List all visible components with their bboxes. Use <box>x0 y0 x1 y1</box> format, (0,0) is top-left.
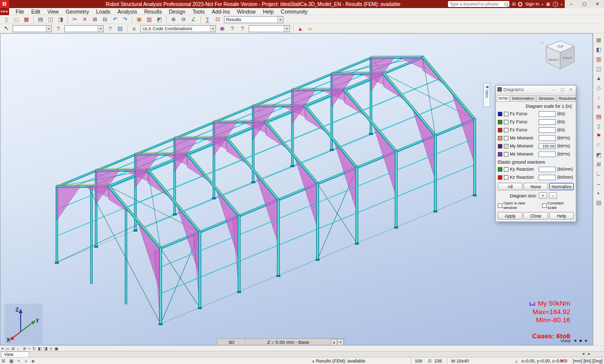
viewcube-home-icon[interactable]: ⌂ <box>541 40 544 45</box>
rotate-strip-icon[interactable]: ↻ <box>33 346 36 351</box>
reaction-value-input[interactable] <box>539 167 556 172</box>
maximize-button[interactable]: ▢ <box>578 0 591 8</box>
menu-item-analysis[interactable]: Analysis <box>114 9 140 15</box>
select-all-button[interactable]: All <box>498 183 522 190</box>
view-next-icon[interactable]: ► <box>584 338 588 343</box>
option-checkbox[interactable] <box>498 203 502 208</box>
undo-icon[interactable]: ↶ <box>110 16 120 24</box>
work-plane-label[interactable]: Z = 0.00 mm - Base <box>246 339 331 345</box>
snap-toggle-icon[interactable]: ∞ <box>306 25 315 33</box>
legend-icon[interactable]: ▯ <box>594 122 603 130</box>
plane-down-button[interactable]: ▼ <box>337 339 344 345</box>
top-view-icon[interactable]: ◨ <box>44 346 48 351</box>
dialog-titlebar[interactable]: Diagrams – ▢ ✕ <box>496 86 576 94</box>
new-project-icon[interactable]: ▯ <box>2 16 11 24</box>
help-icon[interactable]: ? <box>553 2 558 7</box>
apps-icon[interactable]: ⊞ <box>512 2 516 7</box>
menu-item-community[interactable]: Community <box>277 9 311 15</box>
zoom-out-icon[interactable]: ⊖ <box>179 16 188 24</box>
work-plane-bar[interactable]: 3D Z = 0.00 mm - Base ▲ ▼ <box>217 338 344 345</box>
axis-toggle-icon[interactable]: ∟ <box>17 346 21 351</box>
screen-capture-icon[interactable]: ◨ <box>56 16 65 24</box>
dialog-close-button[interactable]: Close <box>523 212 548 220</box>
menu-item-file[interactable]: File <box>12 9 28 15</box>
nodes-selection-combo-caret-icon[interactable]: ▾ <box>46 26 51 32</box>
loads-icon[interactable]: ↓ <box>594 93 603 101</box>
user-icon[interactable] <box>518 2 522 7</box>
cut-icon[interactable]: ✂ <box>70 16 80 24</box>
flag-red-icon[interactable]: ⚑ <box>594 131 603 139</box>
close-button[interactable]: ✕ <box>591 0 604 8</box>
axes-icon[interactable]: ∟ <box>594 170 603 178</box>
force-checkbox[interactable] <box>504 136 508 140</box>
releases-icon[interactable]: ◇ <box>594 84 603 92</box>
tables-icon[interactable]: ▥ <box>144 16 154 24</box>
dialog-minimize-button[interactable]: – <box>550 87 557 92</box>
load-cases-icon[interactable]: ≡ <box>129 25 139 33</box>
force-checkbox[interactable] <box>504 152 508 157</box>
force-value-input[interactable] <box>539 143 556 149</box>
bar-query-icon[interactable]: ? <box>238 25 247 33</box>
info-status-icon[interactable]: ◈ <box>31 357 35 364</box>
units-indicator[interactable]: [mm] [kN] [Deg] <box>573 357 602 364</box>
dialog-close-button[interactable]: ✕ <box>567 87 574 92</box>
layout-lock-icon[interactable]: ◩ <box>155 16 164 24</box>
measure-icon[interactable]: ∠ <box>189 16 198 24</box>
menu-item-view[interactable]: View <box>44 9 62 15</box>
print-preview-icon[interactable]: ◫ <box>46 16 55 24</box>
force-value-input[interactable] <box>539 127 556 133</box>
menu-item-loads[interactable]: Loads <box>93 9 114 15</box>
tab-next-icon[interactable]: ► <box>587 352 591 355</box>
mode-combo[interactable]: ▾ <box>249 25 290 32</box>
zoom-in-icon[interactable]: ⊕ <box>169 16 178 24</box>
dialog-apply-button[interactable]: Apply <box>498 212 522 220</box>
numbering-icon[interactable]: ≡ <box>594 103 603 111</box>
sign-in-caret-icon[interactable]: ▾ <box>542 3 543 6</box>
load-case-combo[interactable]: ULS Code Combinations▾ <box>140 25 216 32</box>
force-value-input[interactable] <box>539 111 556 117</box>
menu-item-edit[interactable]: Edit <box>28 9 44 15</box>
mode-combo-caret-icon[interactable]: ▾ <box>284 26 289 32</box>
tabs-flyout[interactable]: ◀ tabs <box>483 83 490 107</box>
viewcube-top-label[interactable]: TOP <box>557 45 563 48</box>
case-diagram-icon[interactable]: ◉ <box>217 25 227 33</box>
zoom-strip-icon[interactable]: ⊕ <box>23 346 26 351</box>
force-checkbox[interactable]: ✓ <box>504 144 508 149</box>
view-prev-icon[interactable]: ◄ <box>573 338 577 343</box>
menu-item-geometry[interactable]: Geometry <box>62 9 93 15</box>
force-value-input[interactable] <box>539 135 556 141</box>
dialog-tab-stresses[interactable]: Stresses <box>537 95 556 101</box>
menu-item-results[interactable]: Results <box>140 9 165 15</box>
dialog-tab-deformation[interactable]: Deformation <box>510 95 536 101</box>
view-stop-icon[interactable]: ■ <box>579 338 582 343</box>
bar-selection-help-icon[interactable]: ? <box>105 25 115 33</box>
plane-up-button[interactable]: ▲ <box>331 339 337 345</box>
iso-view-icon[interactable]: ◇ <box>49 346 52 351</box>
background-icon[interactable]: ◐ <box>594 189 603 197</box>
viewport-3d[interactable]: ⌂ TOP FRONT RIGHT ◀ tabs Diagrams – ▢ <box>0 33 593 345</box>
current-section[interactable]: W 16x40 <box>451 357 469 364</box>
node-query-icon[interactable]: ? <box>228 25 237 33</box>
bars-selection-combo-caret-icon[interactable]: ▾ <box>98 26 103 32</box>
dialog-tab-reactions[interactable]: Reactions <box>557 95 576 101</box>
size-increase-button[interactable]: + <box>539 192 547 199</box>
reaction-checkbox[interactable] <box>504 175 508 180</box>
analysis-params-icon[interactable]: ∑ <box>203 16 212 24</box>
grid-toggle-icon[interactable]: ⊞ <box>12 346 15 351</box>
search-input[interactable] <box>449 2 504 7</box>
selection-pointer-icon[interactable]: ↖ <box>2 25 11 33</box>
used-bars-icon[interactable]: ▥ <box>594 55 603 63</box>
search-box[interactable] <box>448 1 509 7</box>
reaction-checkbox[interactable] <box>504 167 508 172</box>
size-decrease-button[interactable]: - <box>549 192 557 199</box>
search-icon[interactable] <box>504 3 508 6</box>
nodes-selection-combo[interactable]: ▾ <box>13 25 52 32</box>
calculations-icon[interactable]: ⊡ <box>213 16 222 24</box>
force-value-input[interactable] <box>539 152 556 157</box>
dialog-help-button[interactable]: Help <box>549 212 574 220</box>
sign-in-button[interactable]: Sign In <box>525 2 539 7</box>
menu-item-help[interactable]: Help <box>259 9 277 15</box>
open-project-icon[interactable]: ◱ <box>12 16 21 24</box>
menu-item-addins[interactable]: Add-Ins <box>208 9 234 15</box>
paste-icon[interactable]: ⊟ <box>100 16 110 24</box>
